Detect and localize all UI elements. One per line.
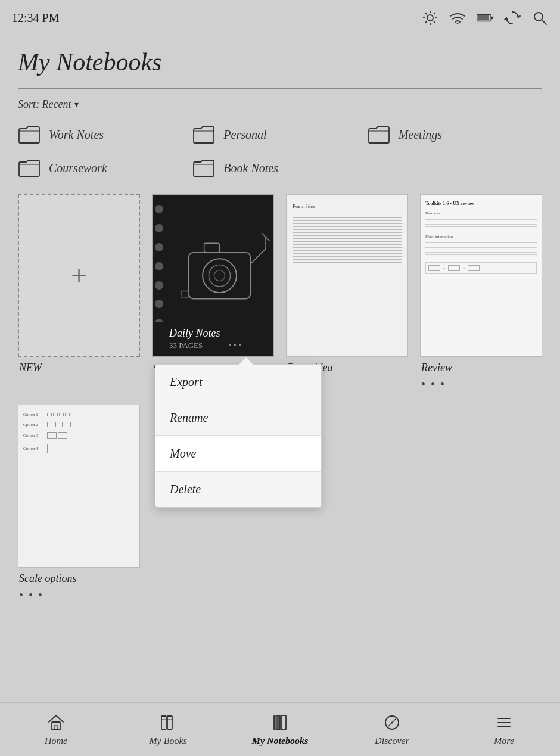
scale-more-button[interactable]: • • • bbox=[18, 587, 45, 603]
notebook-card-poem[interactable]: Poem Idea bbox=[286, 194, 408, 393]
review-box-3 bbox=[468, 265, 480, 271]
battery-icon[interactable] bbox=[477, 10, 493, 26]
scale-option-label-3: Option 3 bbox=[23, 433, 45, 438]
review-section-title: Remarks bbox=[425, 211, 537, 216]
status-icons bbox=[422, 10, 548, 26]
scale-box bbox=[47, 413, 52, 416]
scale-option-3: Option 3 bbox=[23, 432, 135, 439]
folder-name-personal: Personal bbox=[223, 128, 266, 142]
scale-boxes-4 bbox=[47, 444, 60, 453]
notebook-card-daily[interactable]: Daily Notes 33 PAGES • • • • • • bbox=[152, 194, 274, 393]
brightness-icon[interactable] bbox=[422, 10, 438, 26]
sort-chevron-icon[interactable]: ▾ bbox=[74, 99, 79, 110]
scale-box bbox=[47, 432, 57, 439]
wifi-icon[interactable] bbox=[449, 10, 466, 26]
nav-label-home: Home bbox=[45, 736, 67, 746]
context-menu-arrow bbox=[239, 357, 253, 365]
scale-box bbox=[55, 422, 63, 427]
daily-notes-title: Daily Notes bbox=[169, 327, 267, 340]
svg-rect-12 bbox=[491, 17, 493, 20]
svg-point-35 bbox=[391, 721, 393, 723]
nav-label-my-books: My Books bbox=[149, 736, 187, 746]
daily-label-area: Daily Notes 33 PAGES • • • bbox=[153, 322, 273, 356]
folder-item-coursework[interactable]: Coursework bbox=[18, 154, 192, 182]
svg-line-20 bbox=[250, 248, 266, 264]
folder-icon-meetings bbox=[368, 125, 390, 144]
svg-rect-19 bbox=[204, 243, 220, 253]
sort-label[interactable]: Sort: Recent bbox=[18, 98, 71, 111]
review-box-2 bbox=[448, 265, 460, 271]
folder-icon-work-notes bbox=[18, 125, 41, 144]
nav-item-my-books[interactable]: My Books bbox=[112, 713, 224, 746]
svg-point-16 bbox=[203, 259, 237, 293]
svg-point-0 bbox=[427, 15, 433, 21]
scale-option-label-2: Option 2 bbox=[23, 422, 45, 427]
context-menu-delete[interactable]: Delete bbox=[155, 472, 321, 507]
svg-point-17 bbox=[209, 265, 230, 287]
folder-name-work-notes: Work Notes bbox=[49, 128, 104, 142]
sync-icon[interactable] bbox=[504, 10, 521, 26]
page-title: My Notebooks bbox=[18, 48, 542, 76]
nav-label-my-notebooks: My Notebooks bbox=[252, 736, 309, 746]
scale-option-label-1: Option 1 bbox=[23, 412, 45, 417]
new-plus-icon: + bbox=[71, 262, 87, 290]
context-menu-export[interactable]: Export bbox=[155, 365, 321, 400]
notebook-card-review[interactable]: Toolkits 1.6 • UX review Remarks Flow in… bbox=[420, 194, 542, 393]
nav-item-my-notebooks[interactable]: My Notebooks bbox=[224, 713, 336, 746]
svg-rect-26 bbox=[161, 716, 166, 729]
notebook-card-new[interactable]: + NEW bbox=[18, 194, 140, 393]
scale-thumbnail[interactable]: Option 1 Option 2 bbox=[18, 405, 140, 567]
scale-box bbox=[47, 422, 54, 427]
folder-name-coursework: Coursework bbox=[49, 161, 107, 175]
sort-bar[interactable]: Sort: Recent ▾ bbox=[0, 89, 560, 120]
review-more-button[interactable]: • • • bbox=[420, 377, 447, 393]
folder-item-personal[interactable]: Personal bbox=[192, 120, 367, 149]
review-thumbnail[interactable]: Toolkits 1.6 • UX review Remarks Flow in… bbox=[420, 194, 542, 357]
notebooks-grid: + NEW bbox=[0, 194, 560, 603]
page-title-area: My Notebooks bbox=[0, 36, 560, 82]
folder-icon-book-notes bbox=[192, 158, 215, 178]
folder-item-book-notes[interactable]: Book Notes bbox=[192, 154, 367, 182]
poem-lines bbox=[293, 217, 402, 263]
svg-line-8 bbox=[425, 21, 427, 23]
folder-icon-personal bbox=[192, 125, 215, 144]
review-diagram-row-1: → → bbox=[428, 265, 534, 271]
scale-box bbox=[58, 432, 67, 439]
svg-line-5 bbox=[425, 13, 427, 14]
notebook-card-scale[interactable]: Option 1 Option 2 bbox=[18, 405, 140, 603]
review-flow-lines bbox=[425, 242, 537, 255]
poem-thumbnail[interactable]: Poem Idea bbox=[286, 194, 408, 357]
scale-boxes-2 bbox=[47, 422, 71, 427]
search-icon[interactable] bbox=[531, 10, 548, 26]
context-menu-rename[interactable]: Rename bbox=[155, 400, 321, 436]
review-flow-title: Flow interaction bbox=[425, 234, 537, 239]
folder-item-meetings[interactable]: Meetings bbox=[368, 120, 542, 149]
context-menu-move[interactable]: Move bbox=[155, 436, 321, 472]
scale-boxes-3 bbox=[47, 432, 67, 439]
folders-grid: Work Notes Personal Meetings Coursework … bbox=[0, 120, 560, 182]
poem-content: Poem Idea bbox=[287, 195, 407, 356]
svg-rect-15 bbox=[189, 253, 250, 299]
daily-notes-pages: 33 PAGES • • • bbox=[169, 341, 267, 350]
nav-item-home[interactable]: Home bbox=[0, 713, 112, 746]
folder-name-book-notes: Book Notes bbox=[223, 161, 278, 175]
nav-item-more[interactable]: More bbox=[448, 713, 560, 746]
daily-notes-thumbnail[interactable]: Daily Notes 33 PAGES • • • bbox=[152, 194, 274, 357]
new-notebook-thumbnail[interactable]: + bbox=[18, 194, 140, 357]
scale-box bbox=[53, 413, 58, 416]
scale-option-2: Option 2 bbox=[23, 422, 135, 427]
poem-title-text: Poem Idea bbox=[293, 203, 402, 209]
nav-label-more: More bbox=[494, 736, 514, 746]
svg-rect-31 bbox=[281, 715, 286, 730]
scale-box bbox=[65, 413, 70, 416]
home-icon bbox=[46, 713, 66, 732]
svg-line-14 bbox=[542, 20, 547, 25]
scale-boxes-1 bbox=[47, 413, 70, 416]
svg-point-9 bbox=[457, 23, 459, 25]
nav-item-discover[interactable]: Discover bbox=[336, 713, 448, 746]
folder-item-work-notes[interactable]: Work Notes bbox=[18, 120, 192, 149]
scale-box bbox=[47, 444, 60, 453]
review-title-text: Toolkits 1.6 • UX review bbox=[425, 201, 537, 206]
folder-name-meetings: Meetings bbox=[399, 128, 442, 142]
review-diagram: → → bbox=[425, 262, 537, 274]
